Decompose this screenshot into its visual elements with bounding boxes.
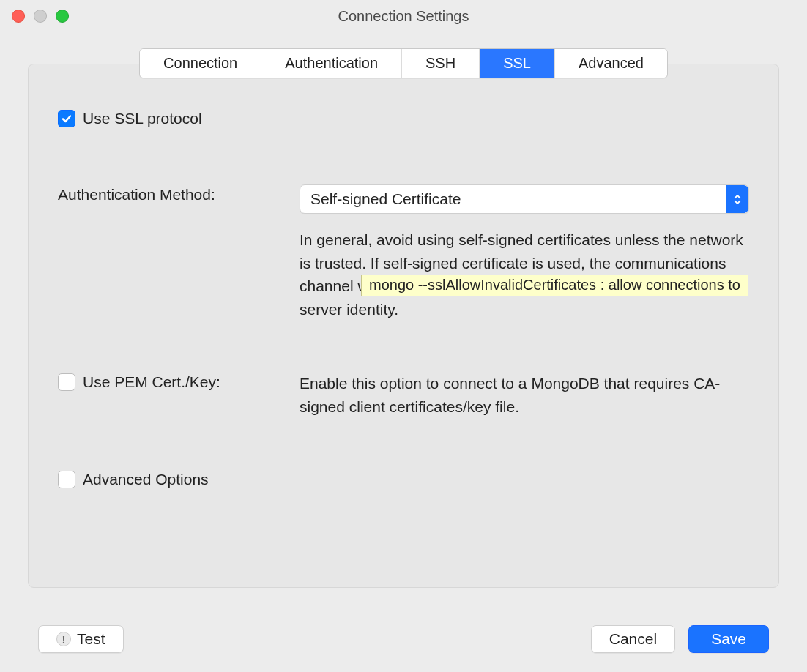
dialog-footer: ! Test Cancel Save xyxy=(0,625,807,653)
tab-advanced[interactable]: Advanced xyxy=(555,49,667,78)
tab-ssh[interactable]: SSH xyxy=(402,49,480,78)
window-title: Connection Settings xyxy=(0,8,807,25)
test-button-label: Test xyxy=(77,630,105,648)
advanced-options-checkbox[interactable] xyxy=(58,471,75,488)
exclamation-icon: ! xyxy=(56,632,71,646)
save-button-label: Save xyxy=(711,630,746,648)
advanced-options-label: Advanced Options xyxy=(83,471,209,488)
cancel-button[interactable]: Cancel xyxy=(591,625,675,653)
use-pem-checkbox[interactable] xyxy=(58,373,75,391)
close-window-button[interactable] xyxy=(12,10,25,23)
use-pem-description: Enable this option to connect to a Mongo… xyxy=(300,372,749,418)
use-ssl-checkbox[interactable] xyxy=(58,110,75,127)
settings-panel: Use SSL protocol Authentication Method: … xyxy=(28,64,779,588)
tab-authentication[interactable]: Authentication xyxy=(261,49,402,78)
auth-method-label: Authentication Method: xyxy=(58,186,215,204)
tab-strip: Connection Authentication SSH SSL Advanc… xyxy=(0,48,807,78)
traffic-lights xyxy=(0,10,69,23)
check-icon xyxy=(61,113,72,124)
auth-method-value: Self-signed Certificate xyxy=(310,190,461,208)
minimize-window-button[interactable] xyxy=(34,10,47,23)
auth-method-select[interactable]: Self-signed Certificate xyxy=(300,184,749,214)
save-button[interactable]: Save xyxy=(688,625,769,653)
tooltip: mongo --sslAllowInvalidCertificates : al… xyxy=(361,275,748,296)
cancel-button-label: Cancel xyxy=(609,630,657,648)
titlebar: Connection Settings xyxy=(0,0,807,32)
use-ssl-label: Use SSL protocol xyxy=(83,110,202,127)
use-pem-label: Use PEM Cert./Key: xyxy=(83,373,220,391)
tab-ssl[interactable]: SSL xyxy=(480,49,555,78)
chevron-updown-icon xyxy=(726,185,748,213)
tab-connection[interactable]: Connection xyxy=(140,49,261,78)
test-button[interactable]: ! Test xyxy=(38,625,124,653)
zoom-window-button[interactable] xyxy=(56,10,69,23)
